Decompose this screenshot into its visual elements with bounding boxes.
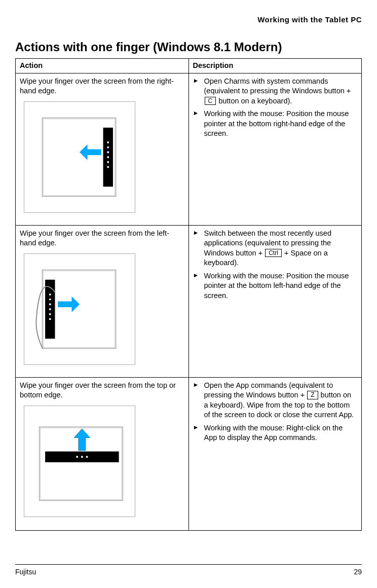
action-text: Wipe your finger over the screen from th…: [20, 381, 184, 400]
list-item: Open Charms with system commands (equiva…: [193, 77, 358, 106]
svg-point-4: [107, 146, 109, 148]
list-item: Working with the mouse: Position the mou…: [193, 271, 358, 301]
page-header-category: Working with the Tablet PC: [15, 15, 362, 24]
svg-point-14: [49, 298, 51, 300]
bullet-text: Working with the mouse: Position the mou…: [204, 272, 349, 300]
table-header-action: Action: [16, 59, 189, 74]
description-list: Switch between the most recently used ap…: [193, 229, 358, 301]
svg-point-18: [49, 318, 51, 320]
svg-point-7: [107, 161, 109, 163]
svg-point-8: [107, 166, 109, 168]
description-list: Open the App commands (equivalent to pre…: [193, 381, 358, 443]
table-header-description: Description: [188, 59, 362, 74]
gestures-table: Action Description Wipe your finger over…: [15, 58, 362, 531]
table-row: Wipe your finger over the screen from th…: [16, 73, 362, 225]
keycap-icon: Z: [307, 391, 318, 399]
keycap-icon: Ctrl: [265, 249, 282, 257]
svg-point-24: [81, 456, 83, 458]
table-row: Wipe your finger over the screen from th…: [16, 225, 362, 377]
list-item: Working with the mouse: Position the mou…: [193, 109, 358, 139]
svg-point-23: [76, 456, 78, 458]
list-item: Working with the mouse: Right-click on t…: [193, 423, 358, 443]
svg-marker-9: [80, 144, 101, 160]
svg-point-17: [49, 313, 51, 315]
keycap-icon: C: [205, 97, 216, 105]
swipe-from-right-icon: [24, 101, 135, 213]
list-item: Open the App commands (equivalent to pre…: [193, 381, 358, 420]
list-item: Switch between the most recently used ap…: [193, 229, 358, 268]
svg-point-15: [49, 303, 51, 305]
footer-brand: Fujitsu: [15, 568, 36, 576]
svg-point-16: [49, 308, 51, 310]
svg-point-5: [107, 151, 109, 153]
bullet-text: button on a keyboard).: [216, 97, 292, 105]
svg-point-3: [107, 141, 109, 143]
svg-point-25: [86, 456, 88, 458]
description-list: Open Charms with system commands (equiva…: [193, 77, 358, 139]
swipe-from-left-icon: [24, 253, 135, 365]
illustration: [20, 253, 184, 365]
page-footer: Fujitsu 29: [15, 564, 362, 576]
svg-marker-19: [58, 296, 80, 312]
bullet-text: Working with the mouse: Right-click on t…: [204, 424, 343, 442]
swipe-from-top-bottom-icon: [24, 406, 135, 517]
illustration: [20, 406, 184, 517]
illustration: [20, 101, 184, 213]
action-text: Wipe your finger over the screen from th…: [20, 77, 184, 96]
action-text: Wipe your finger over the screen from th…: [20, 229, 184, 248]
svg-point-6: [107, 156, 109, 158]
table-row: Wipe your finger over the screen from th…: [16, 377, 362, 530]
section-title: Actions with one finger (Windows 8.1 Mod…: [15, 40, 362, 54]
svg-point-13: [49, 293, 51, 296]
bullet-text: Open Charms with system commands (equiva…: [204, 77, 351, 95]
bullet-text: Working with the mouse: Position the mou…: [204, 109, 349, 137]
footer-page-number: 29: [354, 568, 362, 576]
svg-marker-26: [74, 429, 90, 451]
